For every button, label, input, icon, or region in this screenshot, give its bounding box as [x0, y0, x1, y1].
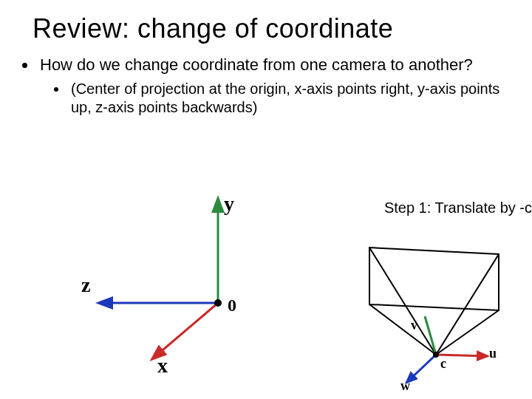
x-axis-label: x — [157, 354, 168, 378]
w-axis-label: w — [400, 378, 410, 394]
camera-svg — [340, 244, 532, 392]
diagram-area: y z x 0 Step 1: Translate by -c — [0, 192, 532, 399]
origin-label: 0 — [228, 296, 236, 316]
w-axis-icon — [406, 355, 436, 383]
z-axis-label: z — [81, 273, 90, 297]
c-label: c — [440, 356, 446, 372]
origin-dot-icon — [214, 299, 222, 307]
frustum-edge-icon — [436, 254, 499, 355]
camera-diagram: v u c w — [340, 244, 532, 392]
frustum-edge-icon — [369, 304, 436, 355]
axes-diagram: y z x 0 — [66, 192, 303, 384]
v-axis-label: v — [411, 318, 417, 333]
frustum-edge-icon — [369, 248, 436, 355]
v-axis-icon — [425, 316, 436, 355]
bullet-question: How do we change coordinate from one cam… — [37, 55, 502, 117]
u-axis-label: u — [489, 346, 497, 361]
axes-svg — [66, 192, 303, 384]
bullet-nested-list: (Center of projection at the origin, x-a… — [40, 75, 502, 117]
y-axis-label: y — [224, 192, 234, 216]
x-axis-icon — [153, 303, 218, 358]
bullet-list: How do we change coordinate from one cam… — [0, 44, 532, 117]
step-caption: Step 1: Translate by -c — [384, 200, 532, 216]
camera-center-dot-icon — [433, 352, 439, 358]
bullet-subnote: (Center of projection at the origin, x-a… — [68, 80, 502, 117]
bullet-question-text: How do we change coordinate from one cam… — [40, 55, 473, 74]
slide-title: Review: change of coordinate — [0, 0, 532, 44]
